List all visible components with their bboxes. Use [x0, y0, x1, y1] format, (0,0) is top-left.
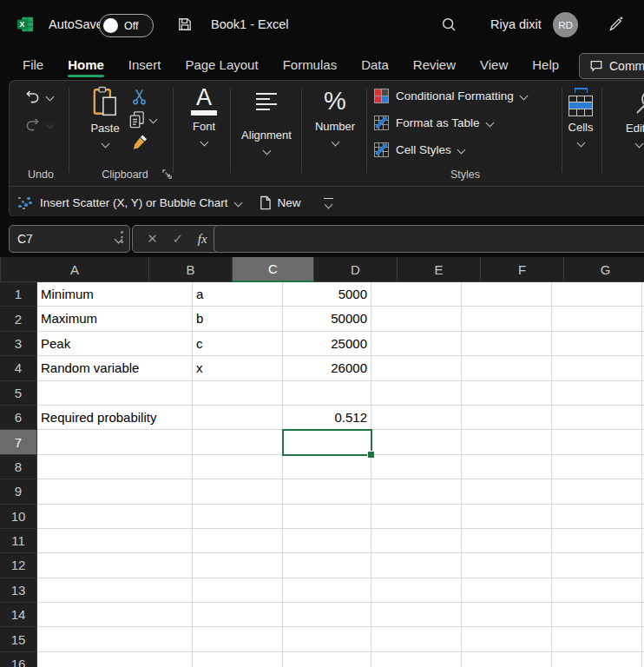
cell-D11[interactable]	[371, 529, 462, 553]
cell-C15[interactable]	[283, 627, 371, 651]
cell-A9[interactable]	[37, 479, 193, 504]
row-header-10[interactable]: 10	[0, 505, 37, 529]
cell-C11[interactable]	[283, 529, 371, 553]
cell-B4[interactable]: x	[193, 356, 283, 380]
cell-B5[interactable]	[193, 381, 283, 406]
cell-F12[interactable]	[552, 553, 642, 578]
cell-B12[interactable]	[193, 553, 283, 578]
cell-D6[interactable]	[371, 406, 462, 430]
cell-D12[interactable]	[371, 553, 462, 578]
cell-F9[interactable]	[552, 479, 642, 504]
cancel-icon[interactable]: ✕	[147, 231, 158, 247]
cell-B9[interactable]	[193, 479, 283, 504]
cell-A15[interactable]	[37, 627, 193, 651]
tab-file[interactable]: File	[23, 50, 43, 80]
row-header-5[interactable]: 5	[0, 381, 37, 406]
cell-F10[interactable]	[552, 505, 642, 529]
cell-F16[interactable]	[552, 652, 642, 667]
insert-scatter-chart-button[interactable]: Insert Scatter (X, Y) or Bubble Chart	[40, 196, 228, 209]
row-header-9[interactable]: 9	[0, 479, 37, 504]
cell-E9[interactable]	[462, 479, 552, 504]
row-header-7[interactable]: 7	[0, 430, 37, 454]
cells-group-button[interactable]: Cells	[558, 88, 603, 146]
cell-C10[interactable]	[283, 505, 371, 529]
cell-E4[interactable]	[462, 356, 552, 380]
cell-E11[interactable]	[462, 529, 552, 553]
row-header-11[interactable]: 11	[0, 529, 37, 553]
formula-input[interactable]	[214, 225, 644, 253]
tab-view[interactable]: View	[480, 50, 508, 80]
cell-C13[interactable]	[283, 578, 371, 603]
cut-button[interactable]	[131, 88, 148, 106]
cell-D14[interactable]	[371, 603, 462, 627]
format-as-table-button[interactable]: Format as Table	[374, 116, 493, 130]
cell-B14[interactable]	[193, 603, 283, 627]
tab-formulas[interactable]: Formulas	[283, 50, 338, 80]
cell-E2[interactable]	[462, 307, 552, 331]
cell-F14[interactable]	[552, 603, 642, 627]
row-header-6[interactable]: 6	[0, 406, 37, 430]
column-header-B[interactable]: B	[149, 257, 233, 282]
row-header-8[interactable]: 8	[0, 455, 37, 479]
cell-E1[interactable]	[462, 282, 552, 307]
avatar[interactable]: RD	[553, 12, 578, 37]
row-header-3[interactable]: 3	[0, 332, 37, 356]
cell-F13[interactable]	[552, 578, 642, 603]
cell-E15[interactable]	[462, 627, 552, 651]
cell-A5[interactable]	[37, 381, 193, 406]
chevron-down-icon[interactable]	[233, 198, 242, 207]
cell-A11[interactable]	[37, 529, 193, 553]
cell-D9[interactable]	[371, 479, 462, 504]
cell-C12[interactable]	[283, 553, 371, 578]
cell-A14[interactable]	[37, 603, 193, 627]
row-header-13[interactable]: 13	[0, 578, 37, 603]
search-icon[interactable]	[440, 16, 458, 34]
paste-button[interactable]: Paste	[84, 86, 126, 147]
tab-home[interactable]: Home	[68, 50, 104, 80]
cell-A10[interactable]	[37, 505, 193, 529]
cell-C7[interactable]	[283, 430, 371, 454]
cell-A7[interactable]	[37, 430, 193, 454]
pen-icon[interactable]	[606, 15, 625, 34]
cell-B8[interactable]	[193, 455, 283, 479]
autosave-toggle[interactable]: Off	[99, 14, 154, 37]
cell-styles-button[interactable]: Cell Styles	[374, 142, 464, 157]
row-header-12[interactable]: 12	[0, 553, 37, 578]
qat-overflow-button[interactable]	[324, 198, 333, 208]
cell-E12[interactable]	[462, 553, 552, 578]
copy-button[interactable]	[128, 109, 156, 129]
cell-B13[interactable]	[193, 578, 283, 603]
row-header-15[interactable]: 15	[0, 627, 37, 651]
cell-D8[interactable]	[371, 455, 462, 479]
cell-F7[interactable]	[552, 430, 642, 454]
cell-B16[interactable]	[193, 652, 283, 667]
chevron-down-icon[interactable]	[149, 116, 158, 124]
cell-F4[interactable]	[552, 356, 642, 380]
column-header-F[interactable]: F	[481, 257, 564, 282]
cell-C2[interactable]: 50000	[283, 307, 371, 331]
undo-button[interactable]	[23, 88, 53, 106]
row-header-14[interactable]: 14	[0, 603, 37, 627]
cell-E5[interactable]	[462, 381, 552, 406]
cell-E16[interactable]	[462, 652, 552, 667]
column-header-C[interactable]: C	[233, 257, 314, 282]
cell-A6[interactable]: Required probability	[37, 406, 193, 430]
cell-A8[interactable]	[37, 455, 193, 479]
cell-A16[interactable]	[37, 652, 193, 667]
cell-C3[interactable]: 25000	[283, 332, 371, 356]
redo-button[interactable]	[23, 116, 53, 134]
cell-F8[interactable]	[552, 455, 642, 479]
enter-check-icon[interactable]: ✓	[173, 231, 184, 247]
cell-D3[interactable]	[371, 332, 462, 356]
tab-help[interactable]: Help	[532, 50, 559, 80]
cell-C14[interactable]	[283, 603, 371, 627]
cell-D16[interactable]	[371, 652, 462, 667]
cell-C16[interactable]	[283, 652, 371, 667]
cell-D15[interactable]	[371, 627, 462, 651]
name-box[interactable]: C7	[9, 225, 130, 253]
cell-D13[interactable]	[371, 578, 462, 603]
cell-D7[interactable]	[371, 430, 462, 454]
cell-E14[interactable]	[462, 603, 552, 627]
tab-insert[interactable]: Insert	[128, 50, 161, 80]
cell-B7[interactable]	[193, 430, 283, 454]
